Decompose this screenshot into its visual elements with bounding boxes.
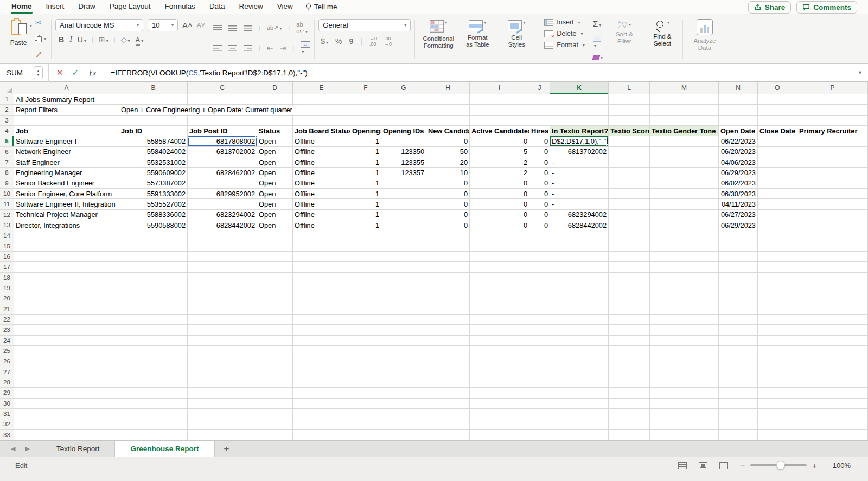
cell-G28[interactable] <box>381 377 426 388</box>
cell-P22[interactable] <box>797 315 868 325</box>
menu-page-layout[interactable]: Page Layout <box>103 0 158 14</box>
cell-F29[interactable] <box>350 388 381 398</box>
cell-P23[interactable] <box>797 325 868 335</box>
cell-C6[interactable]: 6813702002 <box>188 147 257 157</box>
cell-O11[interactable] <box>758 199 797 209</box>
cell-N19[interactable] <box>719 283 758 293</box>
cell-B21[interactable] <box>119 304 188 315</box>
cell-L14[interactable] <box>609 230 650 241</box>
cell-H2[interactable] <box>426 105 470 115</box>
cell-M19[interactable] <box>650 283 719 293</box>
format-cells-button[interactable]: Format▾ <box>544 41 585 49</box>
cell-P24[interactable] <box>797 336 868 346</box>
cell-A18[interactable] <box>14 273 119 283</box>
cell-G6[interactable]: 123350 <box>381 147 426 157</box>
cell-D16[interactable] <box>257 252 293 262</box>
cell-N9[interactable]: 06/02/2023 <box>719 178 758 189</box>
cell-C8[interactable]: 6828462002 <box>188 168 257 178</box>
cell-A27[interactable] <box>14 367 119 377</box>
cell-H26[interactable] <box>426 356 470 367</box>
cell-L10[interactable] <box>609 189 650 199</box>
cell-H16[interactable] <box>426 252 470 262</box>
cell-D15[interactable] <box>257 241 293 252</box>
cell-H27[interactable] <box>426 367 470 377</box>
column-header-M[interactable]: M <box>650 82 719 94</box>
column-header-C[interactable]: C <box>188 82 257 94</box>
cell-M21[interactable] <box>650 304 719 315</box>
cell-D17[interactable] <box>257 262 293 272</box>
cell-C23[interactable] <box>188 325 257 335</box>
cell-P6[interactable] <box>797 147 868 157</box>
enter-icon[interactable]: ✓ <box>71 68 87 78</box>
cell-E21[interactable] <box>293 304 350 315</box>
cell-D14[interactable] <box>257 230 293 241</box>
cell-O21[interactable] <box>758 304 797 315</box>
cell-E24[interactable] <box>293 336 350 346</box>
cell-I25[interactable] <box>470 346 529 356</box>
clear-button[interactable]: ▾ <box>593 55 603 60</box>
cell-I1[interactable] <box>470 94 529 105</box>
cell-B15[interactable] <box>119 241 188 252</box>
name-box[interactable]: SUM <box>0 69 34 77</box>
cell-P32[interactable] <box>797 419 868 429</box>
cell-L30[interactable] <box>609 399 650 409</box>
cell-O15[interactable] <box>758 241 797 252</box>
cell-D10[interactable]: Open <box>257 189 293 199</box>
cell-F27[interactable] <box>350 367 381 377</box>
cell-B29[interactable] <box>119 388 188 398</box>
expand-formula-bar-icon[interactable]: ▼ <box>858 70 863 75</box>
cell-E32[interactable] <box>293 419 350 429</box>
cell-O32[interactable] <box>758 419 797 429</box>
cell-N29[interactable] <box>719 388 758 398</box>
cell-J23[interactable] <box>529 325 550 335</box>
cell-J19[interactable] <box>529 283 550 293</box>
cell-N20[interactable] <box>719 293 758 304</box>
cell-L19[interactable] <box>609 283 650 293</box>
cell-K30[interactable] <box>550 399 609 409</box>
cell-C14[interactable] <box>188 230 257 241</box>
cell-F19[interactable] <box>350 283 381 293</box>
cell-J4[interactable]: Hires <box>529 126 550 136</box>
cell-F20[interactable] <box>350 293 381 304</box>
column-header-J[interactable]: J <box>529 82 550 94</box>
cell-B23[interactable] <box>119 325 188 335</box>
cell-B13[interactable]: 5590588002 <box>119 220 188 230</box>
cell-P15[interactable] <box>797 241 868 252</box>
cell-J11[interactable]: 0 <box>529 199 550 209</box>
column-header-D[interactable]: D <box>257 82 293 94</box>
cell-J32[interactable] <box>529 419 550 429</box>
cell-E33[interactable] <box>293 430 350 440</box>
cell-I20[interactable] <box>470 293 529 304</box>
cell-F5[interactable]: 1 <box>350 136 381 146</box>
cell-D27[interactable] <box>257 367 293 377</box>
cell-I11[interactable]: 0 <box>470 199 529 209</box>
cell-H8[interactable]: 10 <box>426 168 470 178</box>
cell-G16[interactable] <box>381 252 426 262</box>
cell-C11[interactable] <box>188 199 257 209</box>
cell-D4[interactable]: Status <box>257 126 293 136</box>
cell-M3[interactable] <box>650 116 719 126</box>
row-header-10[interactable]: 10 <box>0 189 14 199</box>
cell-D24[interactable] <box>257 336 293 346</box>
cell-M6[interactable] <box>650 147 719 157</box>
cell-G14[interactable] <box>381 230 426 241</box>
cell-F33[interactable] <box>350 430 381 440</box>
font-color-button[interactable]: A▾ <box>136 36 144 43</box>
cell-H29[interactable] <box>426 388 470 398</box>
cell-L20[interactable] <box>609 293 650 304</box>
cell-G29[interactable] <box>381 388 426 398</box>
cell-M20[interactable] <box>650 293 719 304</box>
cell-C32[interactable] <box>188 419 257 429</box>
cell-F28[interactable] <box>350 377 381 388</box>
cell-F15[interactable] <box>350 241 381 252</box>
column-header-B[interactable]: B <box>119 82 188 94</box>
cell-H14[interactable] <box>426 230 470 241</box>
cell-H9[interactable]: 0 <box>426 178 470 189</box>
cell-H31[interactable] <box>426 409 470 419</box>
cell-P17[interactable] <box>797 262 868 272</box>
menu-data[interactable]: Data <box>202 0 232 14</box>
cell-A14[interactable] <box>14 230 119 241</box>
column-header-A[interactable]: A <box>14 82 119 94</box>
cell-H21[interactable] <box>426 304 470 315</box>
cell-C1[interactable] <box>188 94 257 105</box>
